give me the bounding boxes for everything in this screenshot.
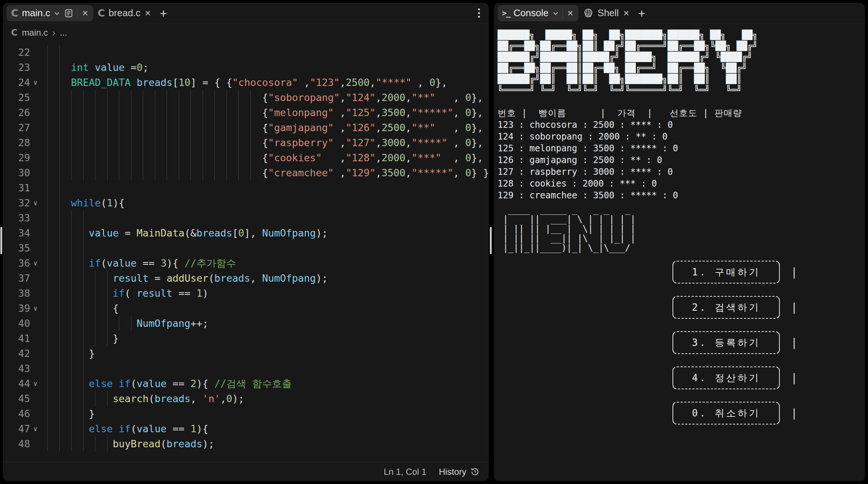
code-line[interactable]: 44∨else if(value == 2){ //검색 함수호출 bbox=[3, 376, 489, 391]
line-number[interactable]: 34 bbox=[3, 227, 30, 239]
token: , bbox=[453, 167, 465, 178]
close-icon[interactable]: × bbox=[567, 8, 574, 18]
line-number[interactable]: 35 bbox=[3, 242, 30, 254]
file-outline-icon[interactable] bbox=[64, 8, 73, 18]
code-line[interactable]: 47∨else if(value == 1){ bbox=[3, 421, 489, 436]
code-line[interactable]: 26{"melonpang" ,"125",3500,"*****", 0}, bbox=[3, 105, 489, 120]
code-line[interactable]: 35 bbox=[3, 241, 489, 256]
more-options-button[interactable] bbox=[474, 6, 484, 20]
token: } bbox=[89, 348, 95, 359]
new-tab-button[interactable]: + bbox=[160, 7, 167, 19]
token: { bbox=[262, 137, 268, 148]
line-number[interactable]: 27 bbox=[3, 122, 30, 133]
fold-chevron-icon[interactable]: ∨ bbox=[30, 199, 47, 207]
code-line[interactable]: 30{"creamchee" ,"129",3500,"*****", 0} }… bbox=[3, 165, 489, 180]
menu-row: 2. 검색하기| bbox=[672, 296, 865, 319]
pane-resize-handle[interactable] bbox=[0, 227, 2, 254]
history-button[interactable]: History bbox=[439, 467, 480, 477]
tab-main-c[interactable]: C main.c × bbox=[7, 5, 93, 21]
console-output[interactable]: ██████╗ █████╗ ██╗ ██╗███████╗██████╗ ██… bbox=[494, 24, 865, 425]
line-number[interactable]: 30 bbox=[3, 167, 30, 178]
token: value bbox=[137, 378, 166, 389]
line-number[interactable]: 25 bbox=[3, 92, 30, 103]
code-line[interactable]: 34value = MainData(&breads[0], NumOfpang… bbox=[3, 225, 489, 241]
fold-chevron-icon[interactable]: ∨ bbox=[30, 425, 47, 433]
code-line[interactable]: 24∨BREAD_DATA breads[10] = { {"chocosora… bbox=[3, 75, 489, 90]
close-icon[interactable]: × bbox=[623, 8, 630, 18]
breadcrumb[interactable]: C main.c › ... bbox=[3, 24, 489, 42]
line-number[interactable]: 38 bbox=[3, 288, 30, 299]
line-number[interactable]: 45 bbox=[3, 393, 30, 404]
new-tab-button[interactable]: + bbox=[638, 7, 645, 19]
c-language-icon: C bbox=[11, 28, 18, 38]
token: 0 bbox=[226, 393, 232, 404]
line-number[interactable]: 24 bbox=[3, 77, 30, 88]
line-number[interactable]: 46 bbox=[3, 408, 30, 419]
line-number[interactable]: 47 bbox=[3, 423, 30, 434]
line-number[interactable]: 36 bbox=[3, 257, 30, 269]
breadcrumb-more[interactable]: ... bbox=[60, 28, 67, 38]
code-editor[interactable]: 2223int value =0;24∨BREAD_DATA breads[10… bbox=[3, 42, 489, 451]
line-number[interactable]: 37 bbox=[3, 272, 30, 284]
code-line[interactable]: 31 bbox=[3, 180, 489, 195]
code-line[interactable]: 25{"soboropang","124",2000,"**" , 0}, bbox=[3, 90, 489, 105]
chevron-down-icon[interactable] bbox=[552, 10, 559, 17]
fold-chevron-icon[interactable]: ∨ bbox=[30, 304, 47, 312]
code-line[interactable]: 41} bbox=[3, 331, 489, 346]
line-number[interactable]: 33 bbox=[3, 212, 30, 224]
line-number[interactable]: 40 bbox=[3, 318, 30, 329]
line-number[interactable]: 26 bbox=[3, 107, 30, 118]
code-line[interactable]: 46} bbox=[3, 406, 489, 421]
code-line[interactable]: 45search(breads, 'n',0); bbox=[3, 391, 489, 406]
line-number[interactable]: 48 bbox=[3, 438, 30, 449]
fold-chevron-icon[interactable]: ∨ bbox=[30, 259, 47, 267]
token: //검색 함수호출 bbox=[214, 377, 292, 390]
line-number[interactable]: 42 bbox=[3, 348, 30, 359]
code-line[interactable]: 40NumOfpang++; bbox=[3, 316, 489, 331]
code-line[interactable]: 28{"raspberry" ,"127",3000,"****" , 0}, bbox=[3, 135, 489, 150]
code-line[interactable]: 36∨if(value == 3){ //추가함수 bbox=[3, 256, 489, 271]
token: ){ bbox=[166, 257, 184, 269]
line-number[interactable]: 23 bbox=[3, 62, 30, 73]
close-icon[interactable]: × bbox=[144, 8, 151, 18]
line-number[interactable]: 44 bbox=[3, 378, 30, 389]
line-number[interactable]: 41 bbox=[3, 333, 30, 344]
chevron-down-icon[interactable] bbox=[54, 10, 60, 17]
pane-resize-handle[interactable] bbox=[490, 227, 492, 254]
line-number[interactable]: 32 bbox=[3, 197, 30, 209]
tab-shell[interactable]: Shell × bbox=[578, 5, 634, 21]
code-line[interactable]: 29{"cookies" ,"128",2000,"***" , 0}, bbox=[3, 150, 489, 165]
code-line[interactable]: 33 bbox=[3, 210, 489, 225]
tab-bread-c[interactable]: C bread.c × bbox=[93, 5, 156, 21]
line-number[interactable]: 29 bbox=[3, 152, 30, 163]
code-line[interactable]: 42} bbox=[3, 346, 489, 361]
fold-chevron-icon[interactable]: ∨ bbox=[30, 380, 47, 387]
token: ( bbox=[101, 197, 107, 209]
code-line[interactable]: 39∨{ bbox=[3, 301, 489, 316]
code-line[interactable]: 23int value =0; bbox=[3, 60, 489, 75]
token: ( bbox=[208, 272, 214, 284]
code-text: {"gamjapang" ,"126",2500,"**" , 0}, bbox=[47, 120, 483, 135]
code-line[interactable]: 48buyBread(breads); bbox=[3, 436, 489, 451]
line-number[interactable]: 22 bbox=[3, 47, 30, 58]
token: { bbox=[262, 107, 268, 118]
bakery-ascii-banner: ██████╗ █████╗ ██╗ ██╗███████╗██████╗ ██… bbox=[498, 29, 865, 95]
breadcrumb-file[interactable]: main.c bbox=[22, 28, 48, 38]
line-number[interactable]: 43 bbox=[3, 363, 30, 374]
line-number[interactable]: 39 bbox=[3, 303, 30, 314]
token: 0 bbox=[465, 137, 471, 148]
code-line[interactable]: 27{"gamjapang" ,"126",2500,"**" , 0}, bbox=[3, 120, 489, 135]
line-number[interactable]: 28 bbox=[3, 137, 30, 148]
indent-guides bbox=[47, 421, 89, 436]
fold-chevron-icon[interactable]: ∨ bbox=[30, 79, 47, 86]
close-icon[interactable]: × bbox=[81, 8, 89, 18]
code-line[interactable]: 32∨while(1){ bbox=[3, 195, 489, 210]
token: , bbox=[376, 122, 381, 133]
code-line[interactable]: 43 bbox=[3, 361, 489, 376]
token: ( bbox=[101, 257, 107, 269]
code-line[interactable]: 37result = addUser(breads, NumOfpang); bbox=[3, 271, 489, 286]
line-number[interactable]: 31 bbox=[3, 182, 30, 194]
tab-console[interactable]: >_ Console × bbox=[498, 5, 578, 21]
code-line[interactable]: 22 bbox=[3, 45, 489, 60]
code-line[interactable]: 38if( result == 1) bbox=[3, 286, 489, 301]
